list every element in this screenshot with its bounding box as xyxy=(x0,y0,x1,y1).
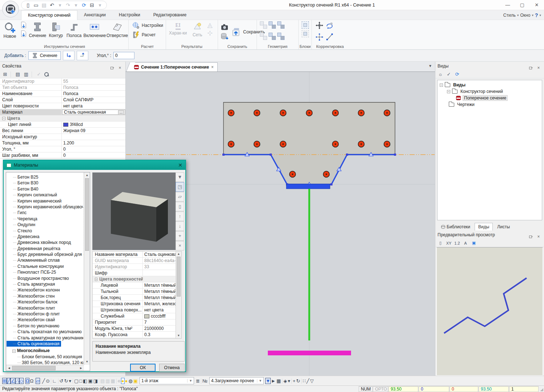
filter-icon[interactable]: ▼ xyxy=(176,172,184,182)
tree-item[interactable]: −Конструктор сечений xyxy=(438,88,542,95)
inclusion-tool-button[interactable]: Включение xyxy=(83,21,106,39)
light-day-icon[interactable]: ● xyxy=(125,378,128,384)
plane-snap-icon[interactable]: ▱ xyxy=(36,378,40,384)
move-tool-icon[interactable]: + xyxy=(293,378,296,384)
property-row[interactable]: Вес линииЖирная 09 xyxy=(0,128,125,134)
material-list-item[interactable]: Блоки бетонные, 50 изоляция xyxy=(7,354,83,360)
delete-material-icon[interactable]: × xyxy=(176,241,184,250)
apply-style-icon[interactable]: ◈ xyxy=(283,378,287,384)
dim-number-icon[interactable]: 1.2 xyxy=(454,241,461,245)
trim-line-icon[interactable] xyxy=(325,32,334,42)
qat-customize[interactable]: ▾ xyxy=(96,2,104,8)
geometry-align-icon[interactable] xyxy=(277,32,285,40)
mirror-icon[interactable]: ▽ xyxy=(310,378,314,384)
property-row[interactable]: МатериалСталь оцинкованная... xyxy=(0,109,125,115)
light-off-icon[interactable]: ○ xyxy=(117,378,121,384)
undo-dropdown[interactable]: ▾ xyxy=(56,2,64,8)
light-on-icon[interactable]: ● xyxy=(121,378,125,384)
material-list-item[interactable]: Сталь арматурная xyxy=(7,281,83,287)
mesh-button[interactable]: Сеть xyxy=(188,21,206,38)
characteristics-button[interactable]: EIХарак-ки xyxy=(168,21,188,36)
open-folder-icon[interactable]: ▭ xyxy=(32,2,40,8)
axes-icon[interactable]: ⊹ xyxy=(207,29,213,37)
image-icon[interactable]: ▣ xyxy=(470,241,477,245)
material-list-item[interactable]: Сталь арматурная по умолчанию xyxy=(7,335,83,341)
close-button[interactable]: ✕ xyxy=(529,0,544,10)
block-edit-icon[interactable] xyxy=(302,30,309,37)
property-row[interactable]: Приоритет7 xyxy=(93,319,176,326)
endpoint-snap-icon[interactable]: ╱ xyxy=(7,378,11,384)
preview-canvas[interactable] xyxy=(436,247,543,376)
material-list-item[interactable]: Алюминиевый сплав xyxy=(7,257,83,263)
checked-list-icon[interactable]: ▥ xyxy=(23,72,30,77)
property-row[interactable]: Толщина, мм1.200 xyxy=(0,140,125,146)
material-list-item[interactable]: Брус деревянный обрезной для с xyxy=(7,252,83,257)
layers-icon[interactable]: ≣ xyxy=(196,378,200,384)
geometry-intersect-icon[interactable] xyxy=(277,21,285,29)
rotate-ccw-button[interactable] xyxy=(77,51,88,60)
material-list-item[interactable]: Железобетон ф плит xyxy=(7,311,83,317)
property-row[interactable]: Идентификатор55 xyxy=(0,78,125,85)
tree-item[interactable]: −Виды xyxy=(438,82,542,88)
block-create-icon[interactable] xyxy=(302,21,309,29)
tree-item[interactable]: Чертежи xyxy=(438,101,542,108)
property-row[interactable]: Тип объектаПолоса xyxy=(0,85,125,91)
strip-tool-button[interactable]: Полоса xyxy=(65,21,83,39)
property-row[interactable]: GUID материала88c1640c-ea4a-49... xyxy=(93,258,176,264)
line-tool-icon[interactable]: ╱ xyxy=(42,378,45,384)
panel-tab-2[interactable]: Листы xyxy=(493,223,513,230)
clip-back-icon[interactable]: ▥ xyxy=(105,378,110,384)
style-menu[interactable]: Стиль xyxy=(503,13,516,18)
ribbon-tab-1[interactable]: Аннотации xyxy=(77,10,112,20)
new-section-button[interactable]: Новое xyxy=(1,21,19,40)
rotate-3d-icon[interactable] xyxy=(325,21,334,30)
material-list-item[interactable]: −Многослойные xyxy=(7,348,83,354)
magnet-free-icon[interactable]: Ω xyxy=(29,378,34,384)
loadcase-select[interactable]: 4.Загружение прочее▼ xyxy=(209,377,264,384)
panel-tab-0[interactable]: Библиотеки xyxy=(438,223,474,230)
horizontal-scrollbar[interactable]: ◄► xyxy=(6,365,84,371)
property-row[interactable]: Коэф. Пуассона0.3 xyxy=(93,332,176,338)
redo-dropdown[interactable]: ▾ xyxy=(72,2,80,8)
geometry-split-icon[interactable] xyxy=(259,32,267,40)
material-list-item[interactable]: Древесина хвойных пород xyxy=(7,240,83,245)
material-list-item[interactable]: Стекло xyxy=(7,228,83,234)
material-list-item[interactable]: Бетон B40 xyxy=(7,186,83,192)
material-list-item[interactable]: Кирпич керамический облицовоч xyxy=(7,204,83,210)
view-hidden-icon[interactable]: □ xyxy=(79,378,82,384)
apply-icon[interactable]: ✓ xyxy=(35,72,43,77)
material-list-item[interactable]: Бетон B25 xyxy=(7,174,83,180)
search-icon[interactable] xyxy=(44,72,51,77)
geometry-subtract-icon[interactable] xyxy=(268,21,276,29)
view-settings-icon[interactable]: ☼ xyxy=(437,72,444,77)
axis-snap-icon[interactable]: ∠ xyxy=(11,378,16,384)
rotate-cw-button[interactable] xyxy=(63,51,74,60)
property-row[interactable]: Цвет поверхностинет цвета xyxy=(0,103,125,109)
light-object-icon[interactable]: ◍ xyxy=(128,378,133,384)
style-more-chevron[interactable]: ▾ xyxy=(287,378,291,384)
property-row[interactable]: Штриховка сеченияМеталл, железо... xyxy=(93,301,176,307)
property-row[interactable]: Шаг разбивки, мм0 xyxy=(0,152,125,159)
view-settings-icon[interactable]: ◨ xyxy=(93,378,98,384)
add-material-icon[interactable]: + xyxy=(176,231,184,241)
solid-view-icon[interactable]: ▯ xyxy=(437,241,444,245)
segment-snap-icon[interactable]: ◇ xyxy=(19,378,24,384)
view-slab-icon[interactable]: ▱ xyxy=(176,192,184,201)
ribbon-tab-0[interactable]: Конструктор сечений xyxy=(21,10,77,20)
maximize-button[interactable]: ▢ xyxy=(515,0,529,10)
material-list-item[interactable]: Бетон B30 xyxy=(7,180,83,186)
tree-item[interactable]: Поперечное сечение xyxy=(438,95,542,101)
save-icon[interactable]: ▤ xyxy=(40,2,48,8)
cancel-button[interactable]: Отмена xyxy=(159,364,185,372)
material-list-item[interactable]: Ондулин xyxy=(7,222,83,228)
magnet-screen-icon[interactable]: Ω xyxy=(25,378,30,384)
move-icon[interactable] xyxy=(315,21,324,30)
material-list-item[interactable]: 380 Бетон, 50 изоляция, 120 кир xyxy=(7,360,83,364)
material-list-item[interactable]: Стальные конструкции xyxy=(7,264,83,269)
move-copy-icon[interactable]: ∷ xyxy=(302,378,306,384)
ribbon-tab-3[interactable]: Редактирование xyxy=(147,10,193,20)
geometry-union-icon[interactable] xyxy=(259,21,267,29)
panel-tab-1[interactable]: Виды xyxy=(475,223,493,230)
node-snap-icon[interactable]: ∴ xyxy=(15,378,19,384)
material-list-item[interactable]: Железобетон балок xyxy=(7,299,83,305)
